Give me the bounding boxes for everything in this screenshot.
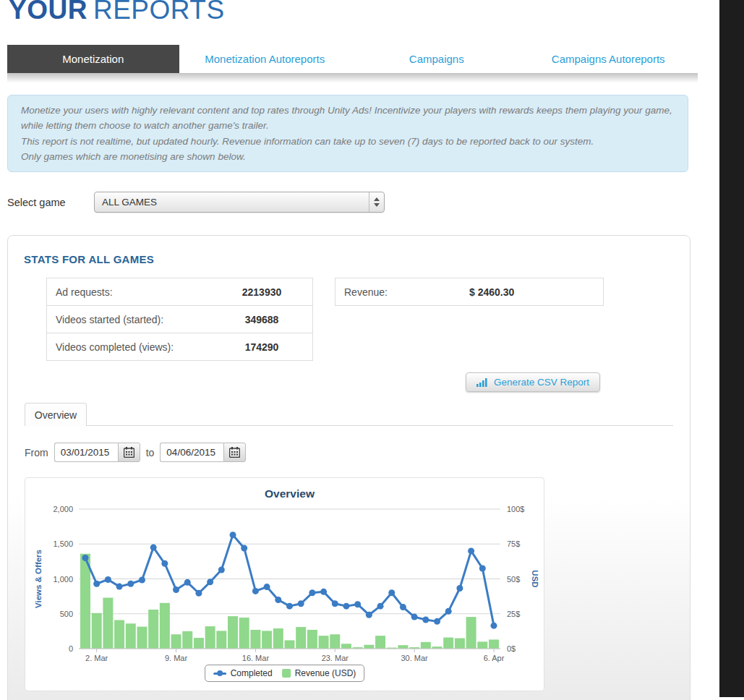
chart-legend: CompletedRevenue (USD) [205,665,365,682]
stats-table-left: Ad requests:2213930Videos started (start… [46,278,313,361]
svg-text:1,500: 1,500 [53,540,73,549]
svg-text:USD: USD [531,571,539,588]
svg-text:23. Mar: 23. Mar [322,654,349,662]
tab-overview-label: Overview [35,409,77,421]
bar-marker-icon [282,669,291,678]
stepper-down-icon [374,203,380,207]
to-date-group [160,443,246,462]
from-calendar-button[interactable] [118,443,140,462]
info-line-2: This report is not realtime, but updated… [21,134,675,149]
bar-chart-icon [476,378,487,387]
to-date-input[interactable] [160,443,223,462]
page-title: YOURREPORTS [9,0,744,25]
line-marker-icon [213,670,226,677]
svg-text:2. Mar: 2. Mar [85,654,108,662]
svg-text:25$: 25$ [507,610,520,618]
date-range-row: From to [25,443,675,462]
info-line-3: Only games which are monetising are show… [21,149,675,164]
svg-text:2,000: 2,000 [53,505,73,513]
stats-heading: STATS FOR ALL GAMES [24,253,675,265]
stats-row-value: $ 2460.30 [469,286,603,298]
game-select[interactable]: ALL GAMES [94,192,385,213]
stats-row-value: 2213930 [211,286,312,298]
stats-row-label: Videos completed (views): [47,341,211,353]
tab-bar-shadow [7,73,698,82]
right-dark-strip [719,0,744,697]
svg-text:500: 500 [60,610,73,618]
csv-row: Generate CSV Report [22,372,600,392]
generate-csv-label: Generate CSV Report [494,377,589,388]
subtab-row: Overview [25,402,673,426]
legend-item-completed[interactable]: Completed [213,668,273,678]
stats-row: Revenue:$ 2460.30 [335,278,603,305]
to-calendar-button[interactable] [223,443,246,462]
svg-text:Overview: Overview [265,487,315,500]
stats-row-label: Ad requests: [47,286,211,298]
select-game-label: Select game [7,197,94,208]
tab-overview[interactable]: Overview [25,403,87,426]
legend-item-revenue-usd-[interactable]: Revenue (USD) [282,668,356,678]
stats-row: Videos started (started):349688 [47,306,312,333]
reports-page: YOURREPORTS MonetizationMonetization Aut… [0,0,744,700]
select-game-row: Select game ALL GAMES [7,192,744,213]
stats-row: Ad requests:2213930 [47,278,312,306]
game-select-value: ALL GAMES [95,192,369,212]
from-date-input[interactable] [54,443,118,462]
stats-table-right: Revenue:$ 2460.30 [335,278,604,306]
stats-row-value: 349688 [211,314,312,325]
stats-row: Videos completed (views):174290 [47,333,312,360]
stepper-up-icon [374,197,380,201]
generate-csv-button[interactable]: Generate CSV Report [466,372,600,392]
svg-text:16. Mar: 16. Mar [242,654,270,662]
svg-text:75$: 75$ [507,540,520,549]
svg-text:6. Apr: 6. Apr [484,654,505,662]
overview-chart-card: Overview00$50025$1,00050$1,50075$2,00010… [25,477,544,691]
page-title-bold: YOUR [9,0,87,25]
info-line-1: Monetize your users with highly relevant… [21,103,675,134]
stats-row-label: Revenue: [335,286,469,298]
to-label: to [146,447,155,458]
svg-text:0$: 0$ [507,644,516,653]
tab-campaigns[interactable]: Campaigns [351,45,523,73]
svg-text:50$: 50$ [507,575,520,584]
legend-label: Completed [231,668,273,678]
svg-text:9. Mar: 9. Mar [165,654,188,662]
page-title-light: REPORTS [93,0,225,25]
svg-text:1,000: 1,000 [53,575,73,584]
overview-chart: Overview00$50025$1,00050$1,50075$2,00010… [25,478,544,662]
svg-text:100$: 100$ [507,505,524,513]
stats-row-value: 174290 [211,341,312,353]
from-date-group [54,443,140,462]
legend-label: Revenue (USD) [295,668,356,678]
stats-row-label: Videos started (started): [47,314,211,325]
tab-campaigns-autoreports[interactable]: Campaigns Autoreports [523,45,695,73]
svg-text:30. Mar: 30. Mar [401,654,428,662]
svg-text:Views & Offers: Views & Offers [34,550,43,608]
calendar-icon [229,447,240,458]
info-box: Monetize your users with highly relevant… [7,95,688,172]
tab-monetization[interactable]: Monetization [7,45,179,73]
from-label: From [25,447,48,458]
select-stepper[interactable] [369,192,384,212]
stats-panel: STATS FOR ALL GAMES Ad requests:2213930V… [7,235,690,700]
svg-text:0: 0 [69,644,73,653]
tab-monetization-autoreports[interactable]: Monetization Autoreports [179,45,351,73]
calendar-icon [124,447,134,458]
stats-tables: Ad requests:2213930Videos started (start… [46,278,675,361]
main-tab-bar: MonetizationMonetization AutoreportsCamp… [7,45,694,73]
